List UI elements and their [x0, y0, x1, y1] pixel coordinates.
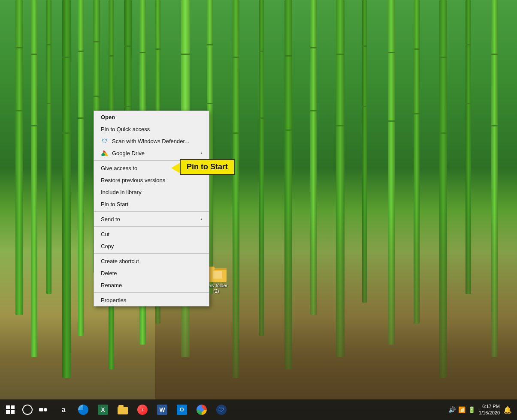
- start-button[interactable]: [0, 399, 21, 420]
- callout-label: Pin to Start: [180, 159, 235, 175]
- context-menu-item-properties[interactable]: Properties: [94, 294, 209, 306]
- ground-overlay: [155, 210, 517, 399]
- send-to-arrow: ›: [201, 217, 202, 222]
- taskbar-pinned-icons: a X ♪: [52, 400, 231, 419]
- rename-label: Rename: [101, 282, 122, 288]
- create-shortcut-label: Create shortcut: [101, 258, 139, 264]
- context-menu-item-open[interactable]: Open: [94, 111, 209, 123]
- explorer-icon: [118, 405, 128, 414]
- svg-rect-13: [213, 271, 222, 279]
- give-access-label: Give access to: [101, 165, 137, 171]
- send-to-label: Send to: [101, 216, 120, 222]
- word-icon: W: [157, 405, 167, 415]
- system-tray: 🔊 📶 🔋 6:17 PM 1/16/2020 🔔: [448, 403, 517, 417]
- delete-label: Delete: [101, 270, 117, 276]
- taskbar-explorer-icon[interactable]: [113, 400, 132, 419]
- pin-quick-label: Pin to Quick access: [101, 126, 150, 132]
- windows-logo-icon: [6, 405, 15, 414]
- context-menu-item-scan[interactable]: 🛡 Scan with Windows Defender...: [94, 135, 209, 147]
- separator-2: [94, 211, 209, 212]
- context-menu-item-google-drive[interactable]: Google Drive ›: [94, 147, 209, 159]
- system-tray-icons: 🔊 📶 🔋: [448, 406, 475, 413]
- chrome-icon: [197, 405, 207, 415]
- scan-label: Scan with Windows Defender...: [112, 138, 189, 144]
- copy-label: Copy: [101, 243, 114, 249]
- include-lib-label: Include in library: [101, 189, 142, 195]
- edge-icon: [78, 405, 88, 415]
- context-menu-item-cut[interactable]: Cut: [94, 228, 209, 240]
- taskbar-excel-icon[interactable]: X: [94, 400, 112, 419]
- pin-to-start-callout: Pin to Start: [171, 159, 235, 175]
- taskbar-outlook-icon[interactable]: O: [172, 400, 191, 419]
- clock-date: 1/16/2020: [479, 410, 500, 416]
- callout-arrow: [171, 163, 180, 173]
- properties-label: Properties: [101, 297, 126, 303]
- cut-label: Cut: [101, 231, 109, 237]
- taskbar-amazon-icon[interactable]: a: [54, 400, 73, 419]
- taskbar-edge-icon[interactable]: [74, 400, 93, 419]
- network-icon: 🔊: [448, 406, 456, 413]
- outlook-icon: O: [177, 405, 187, 415]
- taskbar-security-icon[interactable]: 🛡: [212, 400, 231, 419]
- separator-5: [94, 292, 209, 293]
- volume-icon: 📶: [458, 406, 466, 413]
- context-menu-item-send-to[interactable]: Send to ›: [94, 213, 209, 225]
- cortana-button[interactable]: [22, 405, 33, 415]
- taskbar: a X ♪: [0, 399, 517, 420]
- battery-icon: 🔋: [468, 406, 475, 413]
- context-menu-item-include-lib[interactable]: Include in library: [94, 186, 209, 198]
- context-menu-item-rename[interactable]: Rename: [94, 279, 209, 291]
- open-label: Open: [101, 114, 115, 120]
- context-menu: Open Pin to Quick access 🛡 Scan with Win…: [94, 111, 209, 306]
- context-menu-item-pin-quick[interactable]: Pin to Quick access: [94, 123, 209, 135]
- desktop: Open Pin to Quick access 🛡 Scan with Win…: [0, 0, 517, 420]
- context-menu-item-pin-start[interactable]: Pin to Start: [94, 198, 209, 210]
- amazon-letter-icon: a: [62, 406, 66, 414]
- excel-icon: X: [98, 405, 108, 415]
- context-menu-item-delete[interactable]: Delete: [94, 267, 209, 279]
- gdrive-arrow: ›: [201, 151, 202, 156]
- task-view-icon: [39, 408, 47, 411]
- security-icon: 🛡: [216, 405, 227, 415]
- system-clock[interactable]: 6:17 PM 1/16/2020: [479, 403, 500, 417]
- clock-time: 6:17 PM: [479, 403, 500, 410]
- taskbar-word-icon[interactable]: W: [153, 400, 172, 419]
- context-menu-item-restore[interactable]: Restore previous versions: [94, 174, 209, 186]
- context-menu-item-copy[interactable]: Copy: [94, 240, 209, 252]
- defender-icon: 🛡: [101, 137, 109, 145]
- gdrive-icon: [101, 149, 109, 157]
- task-view-button[interactable]: [33, 400, 52, 419]
- context-menu-item-create-shortcut[interactable]: Create shortcut: [94, 255, 209, 267]
- music-icon: ♪: [137, 405, 148, 415]
- notification-icon[interactable]: 🔔: [503, 406, 512, 414]
- restore-label: Restore previous versions: [101, 177, 165, 183]
- separator-4: [94, 253, 209, 254]
- taskbar-chrome-icon[interactable]: [192, 400, 211, 419]
- gdrive-label: Google Drive: [112, 150, 145, 156]
- separator-3: [94, 226, 209, 227]
- taskbar-music-icon[interactable]: ♪: [133, 400, 152, 419]
- pin-start-label: Pin to Start: [101, 201, 128, 207]
